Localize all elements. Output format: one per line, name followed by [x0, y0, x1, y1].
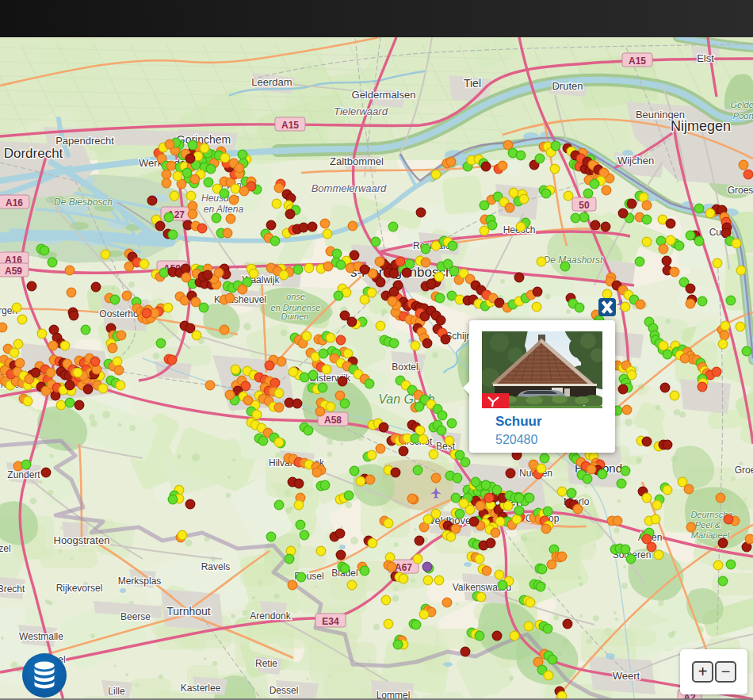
- svg-text:Rijkevorsel: Rijkevorsel: [56, 583, 103, 594]
- svg-text:Wijchen: Wijchen: [617, 155, 654, 166]
- svg-text:Groe: Groe: [735, 465, 753, 476]
- svg-text:Nijmegen: Nijmegen: [671, 118, 731, 134]
- svg-text:A59: A59: [5, 266, 22, 277]
- svg-text:Tielerwaard: Tielerwaard: [334, 105, 388, 117]
- svg-text:De Biesbosch: De Biesbosch: [54, 197, 113, 208]
- svg-text:Dessel: Dessel: [269, 685, 299, 696]
- svg-text:en Altena: en Altena: [204, 204, 244, 215]
- svg-text:Poort: Poort: [733, 111, 753, 120]
- svg-text:zel: zel: [0, 543, 11, 554]
- svg-text:onse: onse: [286, 292, 305, 301]
- svg-text:Peel &: Peel &: [695, 520, 721, 530]
- svg-text:50: 50: [579, 200, 590, 211]
- svg-text:Retie: Retie: [255, 658, 277, 669]
- svg-text:Zundert: Zundert: [7, 469, 40, 480]
- svg-text:Beerse: Beerse: [120, 611, 151, 622]
- svg-text:Gelder: Gelder: [730, 100, 753, 109]
- svg-text:De Maashorst: De Maashorst: [544, 254, 603, 266]
- svg-text:Ravels: Ravels: [201, 561, 231, 572]
- svg-text:A15: A15: [281, 120, 299, 131]
- svg-text:A15: A15: [629, 55, 646, 67]
- svg-text:Lille: Lille: [108, 686, 125, 697]
- svg-text:Westmalle: Westmalle: [19, 631, 63, 642]
- svg-text:Turnhout: Turnhout: [166, 605, 211, 618]
- svg-text:Brecht: Brecht: [0, 583, 25, 595]
- svg-text:Dordrecht: Dordrecht: [4, 146, 63, 161]
- svg-text:Elst: Elst: [697, 52, 714, 64]
- svg-text:Duinen: Duinen: [281, 312, 309, 321]
- svg-text:Druten: Druten: [552, 80, 583, 92]
- svg-text:Hoogstraten: Hoogstraten: [54, 534, 110, 546]
- svg-text:A58: A58: [324, 415, 342, 426]
- svg-text:Boxtel: Boxtel: [392, 361, 418, 373]
- svg-text:Zaltbommel: Zaltbommel: [330, 155, 384, 167]
- svg-text:Weert: Weert: [613, 670, 640, 682]
- svg-text:Arendonk: Arendonk: [250, 610, 291, 622]
- svg-text:Geldermalsen: Geldermalsen: [352, 89, 416, 101]
- svg-text:Tiel: Tiel: [464, 77, 481, 90]
- svg-text:Merksplas: Merksplas: [118, 576, 162, 587]
- svg-text:Kasterlee: Kasterlee: [181, 683, 221, 694]
- svg-text:A67: A67: [395, 562, 412, 573]
- svg-text:Papendrecht: Papendrecht: [55, 135, 114, 147]
- svg-text:E34: E34: [322, 616, 339, 627]
- svg-text:Bommelerwaard: Bommelerwaard: [312, 182, 387, 194]
- svg-text:A16: A16: [6, 197, 23, 208]
- svg-text:Leerdam: Leerdam: [251, 76, 292, 88]
- svg-text:Groes: Groes: [728, 185, 753, 196]
